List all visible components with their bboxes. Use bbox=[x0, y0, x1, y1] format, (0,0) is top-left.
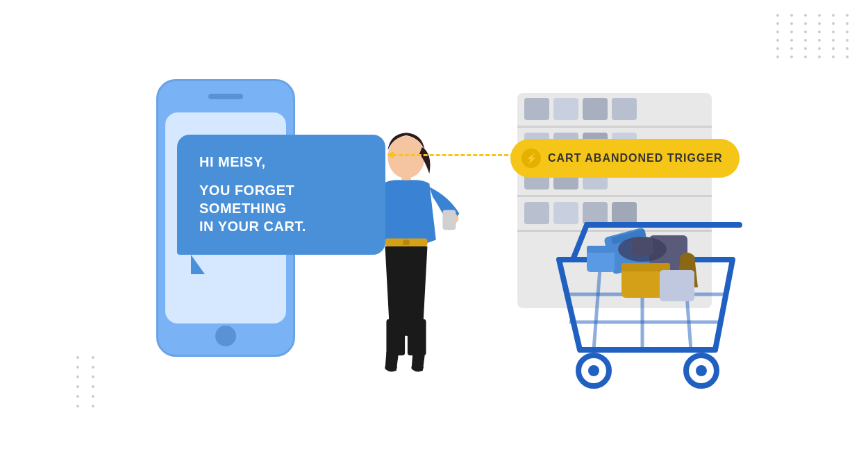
main-scene: HI MEISY, YOU FORGET SOMETHINGIN YOUR CA… bbox=[122, 51, 746, 412]
svg-rect-6 bbox=[386, 319, 405, 355]
chat-bubble: HI MEISY, YOU FORGET SOMETHINGIN YOUR CA… bbox=[177, 135, 385, 255]
shopping-cart-illustration bbox=[531, 204, 760, 405]
shelf-item bbox=[553, 98, 578, 120]
chat-greeting: HI MEISY, bbox=[199, 154, 363, 170]
svg-point-20 bbox=[696, 365, 707, 376]
shelf-row-1 bbox=[517, 93, 712, 128]
svg-rect-5 bbox=[403, 239, 410, 245]
lightning-icon: ⚡ bbox=[521, 149, 541, 168]
svg-rect-9 bbox=[412, 365, 424, 369]
trigger-badge-text: CART ABANDONED TRIGGER bbox=[548, 152, 723, 165]
svg-rect-27 bbox=[587, 246, 615, 253]
shelf-item bbox=[612, 98, 637, 120]
chat-message: YOU FORGET SOMETHINGIN YOUR CART. bbox=[199, 181, 363, 235]
shelf-item bbox=[583, 98, 608, 120]
svg-point-18 bbox=[588, 365, 599, 376]
svg-rect-8 bbox=[385, 365, 397, 369]
svg-rect-7 bbox=[408, 319, 426, 355]
svg-rect-10 bbox=[442, 210, 456, 230]
phone-home-button bbox=[215, 326, 236, 346]
decorative-dots-bottom-left bbox=[76, 356, 100, 407]
shelf-item bbox=[524, 98, 549, 120]
svg-rect-28 bbox=[660, 270, 694, 301]
phone-speaker bbox=[208, 94, 243, 99]
svg-line-12 bbox=[594, 260, 601, 350]
decorative-dots-top-right bbox=[776, 14, 854, 58]
svg-rect-30 bbox=[632, 237, 653, 255]
cart-abandoned-trigger-badge: ⚡ CART ABANDONED TRIGGER bbox=[510, 139, 740, 178]
dashed-arrow-line bbox=[392, 154, 521, 156]
